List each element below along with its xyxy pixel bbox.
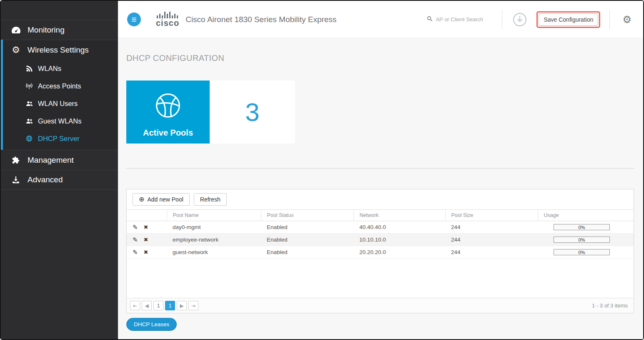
active-pools-count-tile: 3 (210, 81, 295, 144)
cell-pool-name: employee-network (167, 234, 261, 246)
cell-pool-size: 244 (445, 221, 538, 234)
sidebar-item-management[interactable]: Management (1, 150, 118, 170)
users-icon (25, 118, 33, 125)
sidebar-item-dhcp-server[interactable]: DHCP Server (3, 130, 118, 147)
section-divider (126, 168, 634, 169)
sidebar-item-label: WLANs (38, 65, 61, 73)
dhcp-leases-button[interactable]: DHCP Leases (126, 318, 177, 331)
table-row: ✎ ✖ employee-network Enabled 10.10.10.0 … (127, 234, 634, 246)
users-icon (25, 100, 33, 107)
table-empty-space (127, 259, 634, 298)
table-row: ✎ ✖ guest-network Enabled 20.20.20.0 244… (127, 246, 634, 259)
cell-pool-status: Enabled (261, 246, 353, 259)
edit-pool-icon[interactable]: ✎ (133, 224, 138, 231)
edit-pool-icon[interactable]: ✎ (133, 249, 138, 256)
sidebar-item-label: DHCP Server (38, 135, 80, 143)
table-pagination: ⇤ ◀ 1 1 ▶ ⇥ 1 - 3 of 3 items (127, 298, 634, 313)
sidebar-item-label: Management (28, 156, 74, 165)
summary-tiles: Active Pools 3 (126, 81, 634, 144)
sidebar-item-label: Advanced (28, 175, 63, 184)
content-area: DHCP CONFIGURATION Active Pools 3 ⊕ (118, 38, 643, 339)
refresh-label: Refresh (200, 196, 221, 203)
last-page-button[interactable]: ⇥ (188, 301, 198, 310)
sidebar-item-wireless-settings[interactable]: ⚙ Wireless Settings (3, 40, 118, 60)
sidebar-top-padding (1, 1, 118, 20)
cell-pool-name: guest-network (167, 246, 261, 259)
active-pools-tile[interactable]: Active Pools (126, 81, 210, 144)
next-page-button[interactable]: ▶ (177, 301, 187, 310)
column-header-actions (127, 210, 167, 221)
sidebar-item-advanced[interactable]: Advanced (1, 170, 118, 190)
cisco-logo-text: cisco (156, 19, 179, 27)
delete-pool-icon[interactable]: ✖ (144, 224, 148, 230)
cisco-logo-bars (157, 12, 178, 18)
sidebar-item-monitoring[interactable]: Monitoring (1, 20, 118, 40)
save-configuration-highlight: Save Configuration (536, 11, 600, 28)
sidebar-item-label: Guest WLANs (38, 117, 82, 125)
cell-network: 40.40.40.0 (353, 221, 445, 234)
download-circle-icon[interactable] (512, 12, 527, 27)
add-new-pool-button[interactable]: ⊕ Add new Pool (133, 193, 190, 206)
cell-network: 20.20.20.0 (353, 246, 445, 259)
menu-toggle-button[interactable]: ≡ (127, 13, 141, 26)
sidebar: Monitoring ⚙ Wireless Settings WLANs Acc… (1, 1, 118, 339)
sidebar-item-guest-wlans[interactable]: Guest WLANs (3, 112, 118, 130)
usage-progress-bar: 0% (554, 249, 610, 255)
previous-page-button[interactable]: ◀ (142, 301, 152, 310)
sidebar-item-label: Wireless Settings (28, 45, 89, 55)
search-box (427, 16, 492, 23)
pools-toolbar: ⊕ Add new Pool Refresh (127, 189, 634, 209)
cell-pool-name: day0-mgmt (167, 221, 261, 234)
delete-pool-icon[interactable]: ✖ (144, 249, 148, 255)
dhcp-pools-panel: ⊕ Add new Pool Refresh (126, 189, 634, 313)
current-page-button[interactable]: 1 (165, 301, 175, 310)
refresh-button[interactable]: Refresh (194, 193, 227, 206)
gauge-icon (10, 25, 21, 35)
basketball-icon (153, 91, 183, 122)
sidebar-item-label: Access Points (38, 82, 81, 90)
rss-icon (25, 65, 33, 72)
cell-pool-size: 244 (445, 246, 538, 259)
usage-progress-bar: 0% (554, 237, 610, 243)
column-header-usage: Usage (538, 210, 634, 221)
cell-pool-status: Enabled (261, 221, 353, 234)
cell-network: 10.10.10.0 (353, 234, 445, 246)
header-divider (502, 10, 502, 29)
add-new-pool-label: Add new Pool (147, 196, 183, 203)
usage-progress-bar: 0% (554, 224, 610, 230)
delete-pool-icon[interactable]: ✖ (144, 237, 148, 243)
gear-icon: ⚙ (10, 45, 21, 55)
active-pools-count: 3 (245, 97, 259, 127)
cell-pool-status: Enabled (261, 234, 353, 246)
save-configuration-button[interactable]: Save Configuration (539, 13, 598, 26)
dhcp-pools-table: Pool Name Pool Status Network Pool Size … (127, 209, 634, 259)
sidebar-item-wlans[interactable]: WLANs (3, 60, 118, 77)
search-icon (427, 16, 433, 23)
column-header-pool-status: Pool Status (261, 210, 353, 221)
top-header: ≡ cisco (118, 1, 643, 38)
header-divider (609, 10, 610, 29)
antenna-icon (25, 82, 33, 90)
globe-icon (25, 135, 33, 142)
sidebar-group-wireless-settings: ⚙ Wireless Settings WLANs Access Points (1, 40, 118, 150)
sidebar-item-access-points[interactable]: Access Points (3, 77, 118, 95)
download-tray-icon (10, 175, 21, 184)
puzzle-icon (10, 156, 21, 165)
page-number-input[interactable]: 1 (153, 301, 163, 310)
edit-pool-icon[interactable]: ✎ (133, 236, 138, 244)
table-header-row: Pool Name Pool Status Network Pool Size … (127, 210, 634, 221)
search-input[interactable] (436, 16, 492, 23)
sidebar-item-label: Monitoring (28, 25, 65, 35)
settings-gear-icon[interactable]: ⚙ (622, 15, 631, 25)
column-header-pool-name: Pool Name (167, 210, 261, 221)
tile-label: Active Pools (143, 128, 193, 138)
cell-pool-size: 244 (445, 234, 538, 246)
first-page-button[interactable]: ⇤ (130, 301, 140, 310)
table-row: ✎ ✖ day0-mgmt Enabled 40.40.40.0 244 0% (127, 221, 634, 234)
column-header-network: Network (353, 210, 445, 221)
main-area: ≡ cisco (118, 1, 643, 339)
sidebar-item-label: WLAN Users (38, 100, 78, 108)
page-title: DHCP CONFIGURATION (126, 53, 634, 63)
column-header-pool-size: Pool Size (445, 210, 538, 221)
sidebar-item-wlan-users[interactable]: WLAN Users (3, 95, 118, 112)
